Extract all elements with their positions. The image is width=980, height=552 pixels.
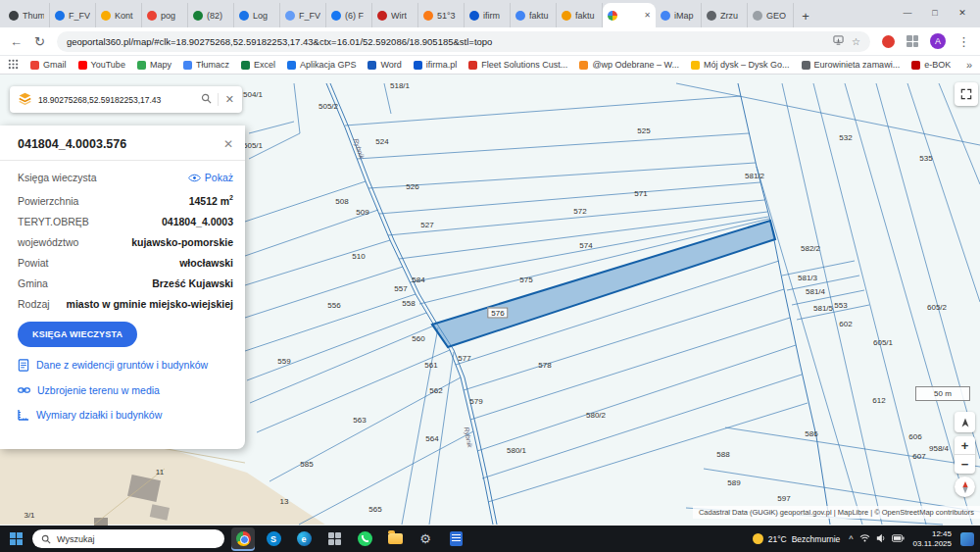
- browser-tab[interactable]: Zrzu: [702, 3, 748, 27]
- sun-icon: [753, 533, 763, 544]
- compass-button[interactable]: [955, 477, 975, 497]
- windows-taskbar: Wyszukaj Se⚙ 21°C Bezchmurnie ^ 12:45 03…: [0, 526, 980, 552]
- panel-row-value: kujawsko-pomorskie: [131, 236, 233, 248]
- zoom-out-button[interactable]: −: [955, 455, 975, 474]
- bookmark-label: Fleet Solutions Cust...: [481, 60, 567, 70]
- taskbar-app-notepad[interactable]: [444, 527, 467, 551]
- bookmark-item[interactable]: ifirma.pl: [414, 60, 458, 70]
- panel-link[interactable]: Dane z ewidencji gruntów i budynków: [18, 359, 233, 372]
- search-input[interactable]: [38, 95, 195, 105]
- kw-link-label: Pokaż: [205, 172, 233, 183]
- search-icon[interactable]: [201, 93, 212, 106]
- browser-tab[interactable]: (82): [188, 3, 234, 27]
- taskbar-app-whatsapp[interactable]: [353, 527, 376, 551]
- bookmark-star-icon[interactable]: ☆: [852, 36, 860, 47]
- tab-close-icon[interactable]: ✕: [644, 11, 651, 20]
- back-icon[interactable]: ←: [10, 34, 23, 49]
- bookmark-item[interactable]: Aplikacja GPS: [287, 60, 357, 70]
- zoom-in-button[interactable]: +: [955, 436, 975, 455]
- new-tab-button[interactable]: +: [794, 4, 817, 27]
- tab-title: Kont: [115, 11, 133, 21]
- bookmark-favicon: [30, 61, 39, 70]
- taskbar-app-file-explorer[interactable]: [383, 527, 407, 551]
- wifi-icon[interactable]: [859, 533, 870, 544]
- bookmark-item[interactable]: Tłumacz: [183, 60, 229, 70]
- geoportal-logo-icon[interactable]: [18, 92, 32, 107]
- taskbar-app-chrome[interactable]: [231, 527, 255, 551]
- bookmark-item[interactable]: Mój dysk – Dysk Go...: [691, 60, 790, 70]
- parcel-label: 557: [394, 284, 407, 293]
- minimize-icon[interactable]: —: [894, 8, 921, 18]
- browser-tab-active[interactable]: ✕: [603, 3, 656, 27]
- ksiega-wieczysta-button[interactable]: KSIĘGA WIECZYSTA: [18, 322, 137, 347]
- close-icon[interactable]: ✕: [949, 8, 976, 18]
- search-clear-icon[interactable]: ✕: [218, 93, 234, 106]
- bookmark-item[interactable]: Word: [368, 60, 401, 70]
- bookmark-favicon: [241, 61, 250, 70]
- notifications-widget-icon[interactable]: [960, 532, 974, 546]
- bookmark-item[interactable]: Excel: [241, 60, 275, 70]
- taskbar-clock[interactable]: 12:45 03.11.2025: [913, 529, 952, 549]
- taskbar-app-settings[interactable]: ⚙: [414, 527, 437, 551]
- browser-tab[interactable]: Thum: [4, 3, 50, 27]
- tab-favicon: [753, 11, 762, 21]
- taskbar-app-edge[interactable]: e: [292, 527, 316, 551]
- browser-tab[interactable]: 51°3: [418, 3, 465, 27]
- volume-icon[interactable]: [876, 533, 886, 545]
- panel-close-icon[interactable]: ✕: [223, 137, 233, 151]
- battery-icon[interactable]: [892, 534, 905, 544]
- parcel-label: 525: [637, 126, 650, 135]
- browser-tab[interactable]: iMap: [656, 3, 702, 27]
- street-label: Rybnik: [464, 427, 474, 448]
- browser-tab[interactable]: F_FVI: [50, 3, 96, 27]
- browser-tab[interactable]: Wirt: [372, 3, 418, 27]
- apps-grid-icon[interactable]: [8, 59, 19, 72]
- bookmark-item[interactable]: Fleet Solutions Cust...: [468, 60, 567, 70]
- panel-link[interactable]: Wymiary działki i budynków: [18, 409, 233, 421]
- adblock-icon[interactable]: [882, 35, 895, 48]
- extensions-icon[interactable]: [906, 35, 918, 47]
- browser-tab[interactable]: F_FV: [280, 3, 326, 27]
- taskbar-app-skype[interactable]: S: [262, 527, 285, 551]
- tab-strip: ThumF_FVIKontpog(82)LogF_FV(6) FWirt51°3…: [0, 0, 980, 27]
- reload-icon[interactable]: ↻: [34, 34, 45, 49]
- locate-button[interactable]: [955, 412, 975, 432]
- kw-show-link[interactable]: Pokaż: [188, 172, 233, 183]
- expand-icon: [959, 87, 973, 101]
- fullscreen-button[interactable]: [955, 82, 978, 106]
- browser-tab[interactable]: Log: [234, 3, 280, 27]
- address-bar[interactable]: geoportal360.pl/map/#clk=18.90275268,52.…: [57, 31, 870, 52]
- browser-tab[interactable]: ifirm: [465, 3, 511, 27]
- browser-tab[interactable]: pog: [142, 3, 188, 27]
- tab-title: iMap: [674, 11, 694, 21]
- panel-link[interactable]: Uzbrojenie terenu w media: [18, 384, 233, 396]
- taskbar-app-office-grid[interactable]: [322, 527, 346, 551]
- browser-tab[interactable]: (6) F: [326, 3, 372, 27]
- bookmarks-bar: GmailYouTubeMapyTłumaczExcelAplikacja GP…: [0, 56, 980, 75]
- bookmark-item[interactable]: e-BOK: [911, 60, 951, 70]
- install-icon[interactable]: [833, 35, 844, 48]
- clock-date: 03.11.2025: [913, 539, 952, 549]
- bookmark-item[interactable]: @wp Odebrane – W...: [579, 60, 679, 70]
- url-text[interactable]: geoportal360.pl/map/#clk=18.90275268,52.…: [67, 36, 825, 47]
- profile-avatar[interactable]: A: [930, 33, 946, 49]
- taskbar-search[interactable]: Wyszukaj: [32, 529, 224, 548]
- tray-chevron-icon[interactable]: ^: [849, 534, 853, 544]
- bookmarks-overflow-icon[interactable]: »: [966, 59, 972, 71]
- browser-tab[interactable]: faktu: [557, 3, 603, 27]
- browser-tab[interactable]: GEO: [748, 3, 794, 27]
- maximize-icon[interactable]: □: [921, 8, 949, 18]
- panel-link-label: Dane z ewidencji gruntów i budynków: [36, 359, 208, 371]
- tab-title: (6) F: [345, 11, 364, 21]
- weather-widget[interactable]: 21°C Bezchmurnie: [753, 533, 841, 544]
- menu-kebab-icon[interactable]: ⋮: [957, 34, 970, 49]
- bookmark-item[interactable]: Eurowinieta zamawi...: [802, 60, 901, 70]
- parcel-label: 559: [277, 357, 290, 366]
- bookmark-item[interactable]: YouTube: [78, 60, 125, 70]
- bookmark-item[interactable]: Mapy: [137, 60, 172, 70]
- bookmark-item[interactable]: Gmail: [30, 60, 67, 70]
- start-button[interactable]: [6, 529, 25, 549]
- browser-tab[interactable]: faktu: [511, 3, 557, 27]
- map-attribution[interactable]: Cadastral Data (GUGiK) geoportal.gov.pl …: [693, 506, 980, 519]
- browser-tab[interactable]: Kont: [96, 3, 142, 27]
